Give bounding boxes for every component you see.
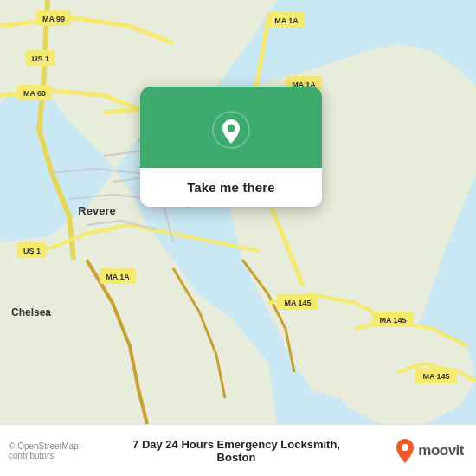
svg-text:MA 99: MA 99	[42, 15, 65, 23]
svg-text:Revere: Revere	[78, 204, 115, 217]
take-me-there-button[interactable]: Take me there	[140, 168, 322, 207]
popup-card: Take me there	[140, 87, 322, 207]
svg-text:MA 145: MA 145	[422, 372, 449, 381]
footer-title: 7 Day 24 Hours Emergency Locksmith, Bost…	[123, 438, 351, 464]
svg-point-34	[402, 444, 408, 451]
svg-point-33	[228, 125, 235, 132]
svg-text:US 1: US 1	[32, 55, 49, 63]
attribution-text: © OpenStreetMap contributors	[9, 441, 79, 460]
footer-attribution: © OpenStreetMap contributors	[9, 441, 123, 460]
svg-text:MA 60: MA 60	[23, 89, 46, 98]
moovit-brand-text: moovit	[418, 442, 464, 460]
business-name: 7 Day 24 Hours Emergency Locksmith, Bost…	[132, 438, 340, 464]
svg-text:MA 145: MA 145	[379, 316, 406, 325]
moovit-logo: moovit	[351, 439, 465, 463]
map-container: MA 99 MA 60 US 1 MA 107 MA 1A MA 1A US 1…	[0, 0, 476, 424]
svg-text:Chelsea: Chelsea	[11, 306, 51, 318]
footer-bar: © OpenStreetMap contributors 7 Day 24 Ho…	[0, 424, 476, 476]
svg-text:MA 1A: MA 1A	[106, 273, 130, 281]
svg-text:US 1: US 1	[23, 247, 41, 255]
location-pin-icon	[212, 111, 250, 149]
moovit-pin-icon	[396, 439, 415, 463]
popup-green-area	[140, 87, 322, 168]
svg-text:MA 1A: MA 1A	[274, 16, 299, 25]
svg-text:MA 145: MA 145	[284, 299, 311, 307]
